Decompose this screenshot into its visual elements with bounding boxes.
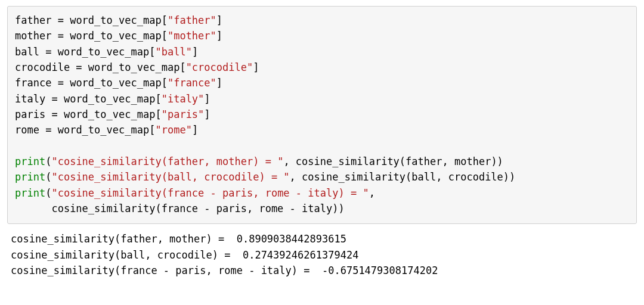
jupyter-output: cosine_similarity(father, mother) = 0.89…	[7, 228, 637, 278]
code-line: crocodile = word_to_vec_map["crocodile"]	[15, 60, 629, 75]
code-line: paris = word_to_vec_map["paris"]	[15, 107, 629, 122]
code-line	[15, 138, 629, 154]
code-line: ball = word_to_vec_map["ball"]	[15, 44, 629, 60]
output-line: cosine_similarity(father, mother) = 0.89…	[11, 231, 633, 247]
code-line: cosine_similarity(france - paris, rome -…	[15, 201, 629, 216]
code-line: rome = word_to_vec_map["rome"]	[15, 122, 629, 138]
code-line: italy = word_to_vec_map["italy"]	[15, 91, 629, 107]
code-line: mother = word_to_vec_map["mother"]	[15, 28, 629, 43]
code-line: father = word_to_vec_map["father"]	[15, 13, 629, 28]
code-block: father = word_to_vec_map["father"]mother…	[15, 13, 629, 216]
code-line: print("cosine_similarity(ball, crocodile…	[15, 169, 629, 185]
code-line: print("cosine_similarity(father, mother)…	[15, 154, 629, 169]
output-line: cosine_similarity(france - paris, rome -…	[11, 263, 633, 278]
output-text: cosine_similarity(father, mother) = 0.89…	[11, 231, 633, 278]
code-line: print("cosine_similarity(france - paris,…	[15, 185, 629, 201]
output-line: cosine_similarity(ball, crocodile) = 0.2…	[11, 247, 633, 263]
jupyter-code-cell[interactable]: father = word_to_vec_map["father"]mother…	[7, 6, 637, 224]
code-line: france = word_to_vec_map["france"]	[15, 75, 629, 91]
